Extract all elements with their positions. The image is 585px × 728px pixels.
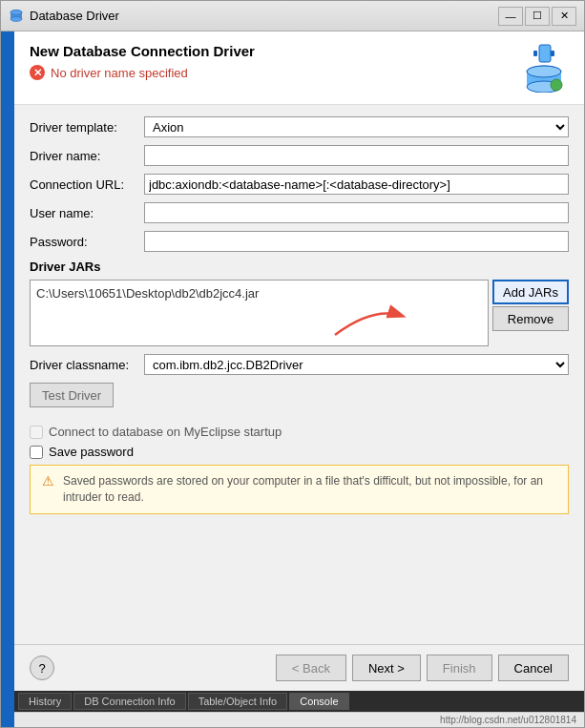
content-area: New Database Connection Driver ✕ No driv… [1,31,584,727]
driver-name-row: Driver name: [30,145,569,166]
driver-jars-section: Driver JARs C:\Users\10651\Desktop\db2\d… [30,260,569,346]
password-row: Password: [30,231,569,252]
left-stripe [1,31,14,727]
user-name-row: User name: [30,202,569,223]
title-bar: Database Driver — ☐ ✕ [1,1,584,31]
footer: ? < Back Next > Finish Cancel [14,644,584,691]
warning-icon: ⚠ [40,473,55,489]
svg-rect-4 [539,45,551,62]
classname-select[interactable]: com.ibm.db2.jcc.DB2Driver [144,354,569,375]
tab-history[interactable]: History [18,693,72,710]
connect-startup-label: Connect to database on MyEclipse startup [49,425,282,439]
svg-rect-6 [551,51,554,56]
cancel-button[interactable]: Cancel [498,655,569,681]
error-row: ✕ No driver name specified [30,65,519,80]
maximize-button[interactable]: ☐ [525,7,550,26]
tab-db-connection-info[interactable]: DB Connection Info [73,693,185,710]
error-icon: ✕ [30,65,45,80]
header-section: New Database Connection Driver ✕ No driv… [14,31,584,105]
next-button[interactable]: Next > [352,655,421,681]
connection-url-label: Connection URL: [30,177,144,192]
footer-right: < Back Next > Finish Cancel [276,655,569,681]
finish-button[interactable]: Finish [427,655,492,681]
driver-jars-label: Driver JARs [30,260,569,274]
connection-url-row: Connection URL: [30,174,569,195]
driver-template-row: Driver template: Axion [30,116,569,137]
tab-console[interactable]: Console [289,693,348,710]
add-jars-button[interactable]: Add JARs [492,280,569,304]
classname-row: Driver classname: com.ibm.db2.jcc.DB2Dri… [30,354,569,375]
jar-container: C:\Users\10651\Desktop\db2\db2jcc4.jar A… [30,280,569,346]
driver-template-select[interactable]: Axion [144,116,569,137]
connect-startup-row: Connect to database on MyEclipse startup [30,425,569,439]
password-label: Password: [30,235,144,249]
form-section: Driver template: Axion Driver name: Conn… [14,105,584,644]
svg-point-11 [551,79,562,91]
driver-name-input[interactable] [144,145,569,166]
bottom-tabs: History DB Connection Info Table/Object … [14,691,584,712]
user-name-label: User name: [30,206,144,220]
database-driver-window: Database Driver — ☐ ✕ New Database Conne… [0,0,585,728]
back-button[interactable]: < Back [276,655,346,681]
title-bar-controls: — ☐ ✕ [498,7,576,26]
url-text: http://blog.csdn.net/u012801814 [440,715,576,725]
driver-template-label: Driver template: [30,120,144,135]
save-password-checkbox[interactable] [30,446,43,459]
database-icon [519,43,569,93]
minimize-button[interactable]: — [498,7,523,26]
main-panel: New Database Connection Driver ✕ No driv… [14,31,584,727]
jar-buttons: Add JARs Remove [492,280,569,331]
error-message: No driver name specified [51,66,188,80]
save-password-label: Save password [49,445,134,459]
window-title: Database Driver [30,9,498,23]
password-input[interactable] [144,231,569,252]
app-icon [9,9,24,24]
save-password-row: Save password [30,445,569,459]
driver-name-label: Driver name: [30,149,144,163]
tab-table-object-info[interactable]: Table/Object Info [188,693,288,710]
test-driver-button[interactable]: Test Driver [30,383,114,407]
warning-box: ⚠ Saved passwords are stored on your com… [30,465,569,514]
svg-rect-5 [533,51,537,56]
connection-url-input[interactable] [144,174,569,195]
help-button[interactable]: ? [30,655,54,680]
remove-button[interactable]: Remove [492,306,569,331]
connect-startup-checkbox[interactable] [30,426,43,439]
classname-label: Driver classname: [30,358,144,372]
url-bar: http://blog.csdn.net/u012801814 [14,712,584,727]
svg-point-2 [10,16,22,21]
warning-text: Saved passwords are stored on your compu… [63,473,558,506]
footer-left: ? [30,655,54,680]
test-driver-row: Test Driver [30,383,569,415]
header-text-block: New Database Connection Driver ✕ No driv… [30,43,519,80]
close-button[interactable]: ✕ [552,7,576,26]
dialog-title: New Database Connection Driver [30,43,519,59]
svg-point-3 [10,10,22,14]
svg-point-10 [527,66,561,77]
user-name-input[interactable] [144,202,569,223]
